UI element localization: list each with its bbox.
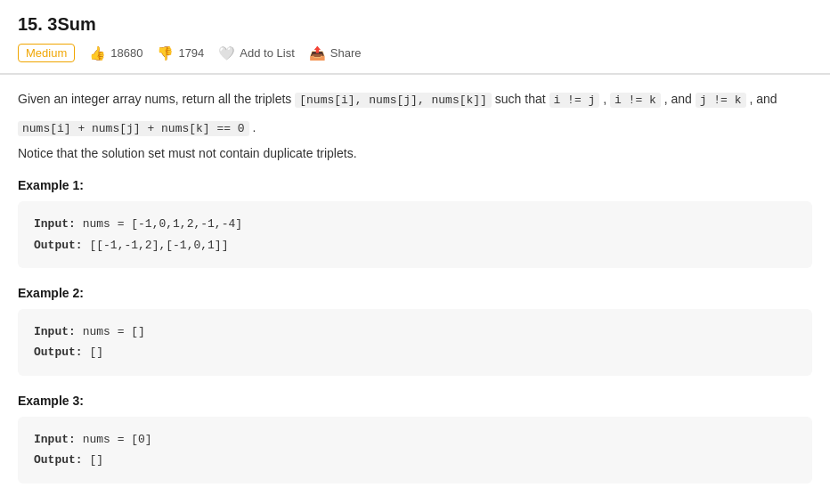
title-row: 15. 3Sum [18,14,812,35]
desc-and2: , and [749,92,777,106]
examples-section: Example 1: Input: nums = [-1,0,1,2,-1,-4… [18,178,812,483]
desc-comma1: , [603,92,610,106]
problem-description: Given an integer array nums, return all … [18,89,812,110]
example1-title: Example 1: [18,178,812,192]
example2-input-row: Input: nums = [] [34,321,796,342]
desc-text-before: Given an integer array nums, return all … [18,92,295,106]
example3-title: Example 3: [18,394,812,408]
example3-output-row: Output: [] [34,450,796,470]
example1-input-label: Input: [34,217,76,231]
desc-cond1: i != j [549,93,600,108]
desc-period: . [253,120,256,134]
desc-such-that: such that [495,92,549,106]
desc-cond2: i != k [610,93,661,108]
example3-input-value: nums = [0] [83,433,152,446]
example1-input-row: Input: nums = [-1,0,1,2,-1,-4] [34,214,796,234]
downvote-count: 1794 [178,46,204,60]
thumbs-up-icon: 👍 [89,45,106,61]
example1-output-value: [[-1,-1,2],[-1,0,1]] [89,239,228,252]
difficulty-badge: Medium [18,44,75,62]
example1-output-row: Output: [[-1,-1,2],[-1,0,1]] [34,235,796,256]
desc-constraint-code: nums[i] + nums[j] + nums[k] == 0 [18,121,249,136]
problem-header: 15. 3Sum Medium 👍 18680 👎 1794 🤍 Add to … [0,0,830,74]
desc-and: , and [664,92,696,106]
share-label: Share [330,46,362,60]
upvote-count: 18680 [110,46,142,60]
example1-block: Input: nums = [-1,0,1,2,-1,-4] Output: [… [18,201,812,268]
upvote-item[interactable]: 👍 18680 [89,45,142,61]
example2-output-row: Output: [] [34,342,796,362]
problem-content: Given an integer array nums, return all … [0,75,830,504]
desc-cond3: j != k [696,93,746,108]
example3-output-value: [] [89,453,103,467]
heart-icon: 🤍 [218,45,235,61]
thumbs-down-icon: 👎 [157,45,174,61]
example2-output-label: Output: [34,345,83,359]
example2-output-value: [] [89,345,103,359]
downvote-item[interactable]: 👎 1794 [157,45,204,61]
example1-input-value: nums = [-1,0,1,2,-1,-4] [83,217,242,231]
problem-title: 15. 3Sum [18,14,96,35]
example2-block: Input: nums = [] Output: [] [18,309,812,376]
notice-text: Notice that the solution set must not co… [18,146,357,160]
example3-input-label: Input: [34,433,76,446]
example2-input-label: Input: [34,325,76,338]
example3-output-label: Output: [34,453,83,467]
add-to-list-button[interactable]: 🤍 Add to List [218,45,294,61]
desc-triplet-code: [nums[i], nums[j], nums[k]] [295,93,492,108]
example3-input-row: Input: nums = [0] [34,429,796,450]
add-to-list-label: Add to List [240,46,294,60]
example2-title: Example 2: [18,286,812,300]
example3-block: Input: nums = [0] Output: [] [18,417,812,484]
meta-row: Medium 👍 18680 👎 1794 🤍 Add to List 📤 Sh… [18,44,812,62]
problem-notice: Notice that the solution set must not co… [18,146,812,160]
problem-constraint: nums[i] + nums[j] + nums[k] == 0 . [18,118,812,139]
example1-output-label: Output: [34,239,83,252]
share-icon: 📤 [309,45,326,61]
example2-input-value: nums = [] [83,325,145,338]
share-button[interactable]: 📤 Share [309,45,362,61]
